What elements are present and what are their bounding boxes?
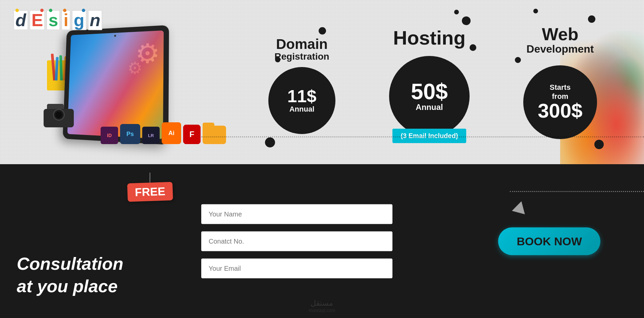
domain-price: 11$ [287,87,317,105]
logo-letter-s: s [46,10,60,30]
hosting-price: 50$ [411,80,448,103]
consultation-form [201,204,392,278]
webdev-subtitle: Development [527,43,594,55]
domain-price-container: 11$ Annual [268,67,335,134]
webdev-service-card: Web Development Starts from 300$ [523,25,597,139]
logo-area: d E s i g n [13,10,102,30]
webdev-title-area: Web Development [527,25,594,55]
consultation-text-area: Consultation at you place [17,253,123,298]
domain-title: Domain [274,37,329,51]
hosting-title-area: Hosting [393,28,466,48]
software-icons-row: ID Ps LR Ai F [101,121,226,144]
free-tag-container: FREE [127,183,173,201]
webdev-title: Web [527,25,594,43]
webdev-price: 300$ [538,101,582,121]
domain-service-card: Domain Registration 11$ Annual [268,37,335,134]
watermark-arabic: مستقل [309,299,335,308]
logo-letter-g: g [72,10,87,30]
bottom-section: FREE Consultation at you place BOOK NOW … [0,164,644,318]
domain-price-circle: 11$ Annual [268,67,335,134]
book-now-button[interactable]: BOOK NOW [498,227,600,255]
domain-subtitle: Registration [274,51,329,62]
tablet-illustration: ⚙ ⚙ ID Ps LR Ai F [44,20,188,147]
watermark: مستقل mostaql.com [309,299,335,313]
consultation-line1: Consultation [17,253,123,275]
flash-icon: F [183,125,201,144]
logo: d E s i g n [13,10,102,30]
consultation-headline: Consultation at you place [17,253,123,298]
name-input[interactable] [201,204,392,224]
logo-letter-d: d [13,10,28,30]
triangle-arrow [512,199,528,214]
email-included-badge: (3 Email Included) [392,129,466,143]
logo-letter-n: n [88,10,103,30]
camera [44,106,74,127]
watermark-domain: mostaql.com [309,308,335,313]
dotted-divider [201,136,644,137]
email-input[interactable] [201,258,392,278]
photoshop-icon: Ps [120,124,140,144]
webdev-starts: Starts [550,83,571,92]
webdev-price-circle: Starts from 300$ [523,65,597,139]
lightroom-icon: LR [142,127,160,144]
illustrator-icon: Ai [162,122,181,144]
hosting-service-card: Hosting 50$ Annual (3 Email Included) [389,28,470,136]
hosting-price-circle: 50$ Annual (3 Email Included) [389,56,470,136]
top-section: d E s i g n [0,0,644,164]
consultation-line2: at you place [17,275,123,298]
logo-letter-i: i [61,10,70,30]
dotted-divider-bottom [510,191,644,192]
hosting-price-container: 50$ Annual (3 Email Included) [389,56,470,136]
logo-letter-e: E [30,10,45,30]
services-area: Domain Registration 11$ Annual Hosting [208,0,644,164]
free-badge: FREE [127,182,173,202]
hosting-period: Annual [416,103,443,112]
domain-period: Annual [289,105,315,114]
hosting-title: Hosting [393,28,466,48]
webdev-price-container: Starts from 300$ [523,65,597,139]
indesign-icon: ID [101,127,118,144]
contact-input[interactable] [201,231,392,251]
domain-title-area: Domain Registration [274,37,329,62]
